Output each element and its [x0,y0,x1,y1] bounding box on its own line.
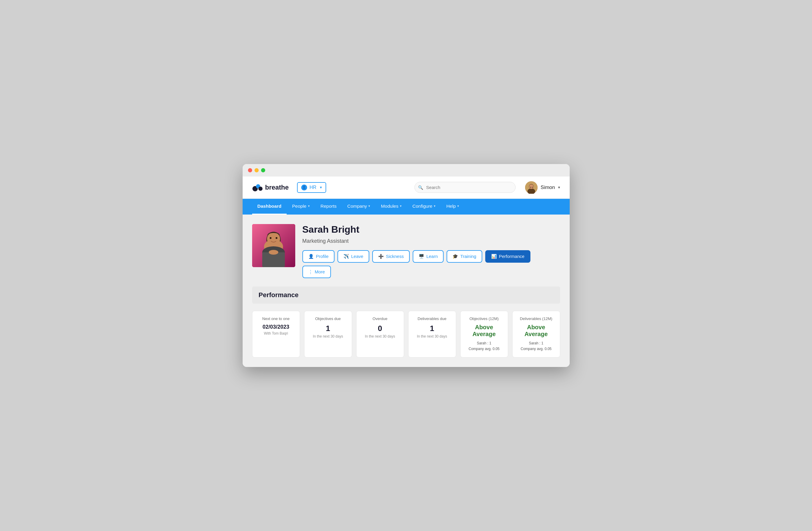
search-icon: 🔍 [418,185,423,190]
minimize-button[interactable] [255,168,259,172]
stat-label-3: Deliverables due [418,316,447,321]
people-chevron-icon: ▾ [308,204,310,208]
nav-company[interactable]: Company ▾ [342,199,376,215]
performance-icon: 📊 [491,254,497,259]
more-button[interactable]: ⋮ More [302,266,331,278]
leave-button[interactable]: ✈️ Leave [337,250,369,263]
role-icon: 👤 [301,185,307,190]
titlebar [243,164,570,177]
profile-icon: 👤 [308,254,314,259]
role-label: HR [309,185,316,190]
nav-configure[interactable]: Configure ▾ [407,199,441,215]
role-selector[interactable]: 👤 HR ▾ [297,182,326,193]
more-icon: ⋮ [308,269,313,275]
search-input[interactable] [415,182,516,193]
training-icon: 🎓 [452,254,458,259]
stat-value-2: 0 [378,324,382,333]
training-button[interactable]: 🎓 Training [447,250,482,263]
stat-label-2: Overdue [373,316,388,321]
stat-sub-1: In the next 30 days [313,334,343,338]
sickness-icon: ➕ [378,254,384,259]
stat-label-1: Objectives due [315,316,341,321]
section-header: Performance [252,286,560,304]
employee-details: Sarah Bright Marketing Assistant 👤 Profi… [302,224,560,278]
search-container: 🔍 [415,182,516,193]
configure-chevron-icon: ▾ [434,204,436,208]
nav-reports[interactable]: Reports [315,199,342,215]
stat-deliverables-due: Deliverables due 1 In the next 30 days [408,311,456,357]
nav-dashboard[interactable]: Dashboard [252,199,287,215]
performance-button[interactable]: 📊 Performance [485,250,531,263]
svg-point-18 [269,250,278,255]
main-content: Sarah Bright Marketing Assistant 👤 Profi… [243,215,570,367]
logo[interactable]: breathe [252,183,289,192]
stats-grid: Next one to one 02/03/2023 With Tom Baqr… [252,311,560,357]
user-name: Simon [540,185,555,190]
stat-label-4: Objectives (12M) [469,316,498,321]
nav-help[interactable]: Help ▾ [441,199,464,215]
learn-icon: 🖥️ [419,254,424,259]
nav-modules[interactable]: Modules ▾ [376,199,407,215]
stat-value-4: Above Average [465,324,504,338]
user-chevron-icon: ▾ [558,185,560,190]
nav-people[interactable]: People ▾ [287,199,315,215]
profile-button[interactable]: 👤 Profile [302,250,335,263]
stat-next-one-to-one: Next one to one 02/03/2023 With Tom Baqr… [252,311,300,357]
role-chevron-icon: ▾ [320,185,322,190]
svg-point-8 [532,187,533,188]
stat-label-5: Deliverables (12M) [520,316,552,321]
employee-job-title: Marketing Assistant [302,238,560,244]
svg-point-2 [258,187,263,191]
stat-label-0: Next one to one [262,316,290,321]
stat-sub-2: In the next 30 days [365,334,395,338]
app-header: breathe 👤 HR ▾ 🔍 [243,177,570,199]
help-chevron-icon: ▾ [457,204,459,208]
user-menu[interactable]: Simon ▾ [525,181,560,194]
avatar [525,181,538,194]
close-button[interactable] [248,168,252,172]
employee-header: Sarah Bright Marketing Assistant 👤 Profi… [252,224,560,278]
stat-value-0: 02/03/2023 [263,324,289,330]
learn-button[interactable]: 🖥️ Learn [413,250,444,263]
svg-point-7 [530,187,531,188]
section-title: Performance [259,291,554,299]
svg-point-15 [276,237,277,239]
stat-deliverables-12m: Deliverables (12M) Above Average Sarah :… [512,311,560,357]
app-window: breathe 👤 HR ▾ 🔍 [243,164,570,367]
stat-sub-5: Sarah : 1Company avg. 0.05 [521,341,552,352]
company-chevron-icon: ▾ [368,204,370,208]
stat-sub-4: Sarah : 1Company avg. 0.05 [468,341,499,352]
stat-value-3: 1 [430,324,434,333]
stat-value-5: Above Average [517,324,556,338]
svg-point-14 [270,237,272,239]
stat-objectives-12m: Objectives (12M) Above Average Sarah : 1… [460,311,508,357]
stat-sub-0: With Tom Baqri [264,331,288,336]
maximize-button[interactable] [261,168,265,172]
logo-text: breathe [265,183,289,191]
employee-name: Sarah Bright [302,224,560,235]
employee-photo [252,224,295,267]
sickness-button[interactable]: ➕ Sickness [372,250,410,263]
stat-overdue: Overdue 0 In the next 30 days [356,311,404,357]
stat-objectives-due: Objectives due 1 In the next 30 days [304,311,352,357]
stat-value-1: 1 [326,324,330,333]
action-buttons-group: 👤 Profile ✈️ Leave ➕ Sickness 🖥️ Learn [302,250,560,278]
main-nav: Dashboard People ▾ Reports Company ▾ Mod… [243,199,570,215]
modules-chevron-icon: ▾ [400,204,402,208]
stat-sub-3: In the next 30 days [417,334,447,338]
leave-icon: ✈️ [344,254,349,259]
